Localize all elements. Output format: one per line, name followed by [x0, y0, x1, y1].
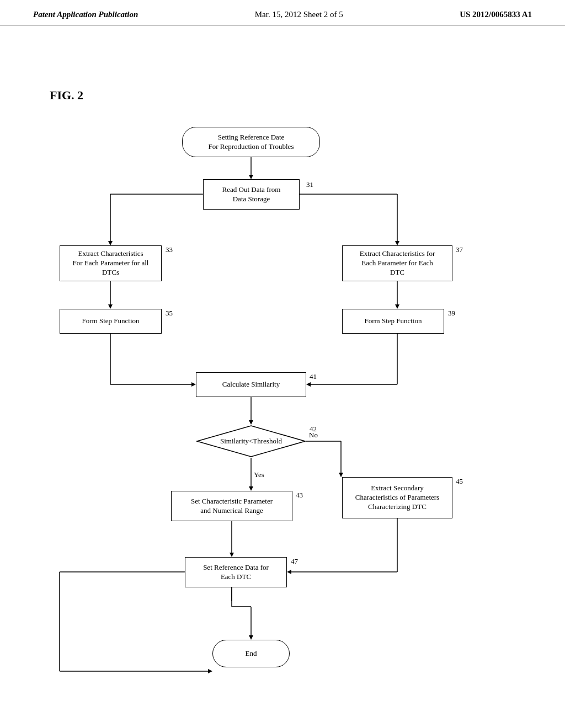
svg-marker-11: [395, 304, 399, 309]
tag-41: 41: [310, 372, 317, 381]
svg-marker-4: [108, 241, 113, 245]
svg-text:Yes: Yes: [254, 470, 264, 479]
svg-marker-40: [249, 635, 253, 640]
svg-marker-25: [339, 473, 343, 477]
tag-35: 35: [166, 309, 173, 318]
node-45: Extract Secondary Characteristics of Par…: [342, 477, 452, 518]
node-31: Read Out Data from Data Storage: [203, 179, 300, 210]
svg-marker-1: [249, 175, 253, 179]
node-39-label: Form Step Function: [364, 317, 422, 326]
start-node: Setting Reference Date For Reproduction …: [182, 127, 320, 157]
sheet-info: Mar. 15, 2012 Sheet 2 of 5: [255, 10, 343, 19]
svg-marker-28: [230, 553, 234, 557]
node-37: Extract Characteristics for Each Paramet…: [342, 245, 452, 281]
tag-47: 47: [291, 557, 298, 566]
svg-marker-7: [395, 241, 399, 245]
node-43-label: Set Characteristic Parameter and Numeric…: [191, 497, 273, 516]
node-33: Extract Characteristics For Each Paramet…: [60, 245, 162, 281]
start-label: Setting Reference Date For Reproduction …: [209, 133, 294, 152]
svg-marker-17: [306, 382, 311, 387]
end-label: End: [246, 649, 257, 659]
svg-marker-19: [249, 420, 253, 425]
svg-marker-14: [191, 382, 196, 387]
patent-number: US 2012/0065833 A1: [460, 10, 532, 19]
node-41-label: Calculate Similarity: [222, 380, 280, 389]
tag-42: 42: [310, 425, 317, 433]
end-node: End: [212, 640, 290, 667]
flowchart: Yes No Setting Reference Date For Reprod…: [0, 121, 565, 706]
node-45-label: Extract Secondary Characteristics of Par…: [355, 484, 439, 512]
tag-43: 43: [296, 491, 303, 500]
tag-33: 33: [166, 245, 173, 254]
node-47-label: Set Reference Data for Each DTC: [203, 563, 269, 582]
tag-39: 39: [448, 309, 455, 318]
node-35-label: Form Step Function: [82, 317, 139, 326]
node-35: Form Step Function: [60, 309, 162, 334]
svg-marker-36: [208, 669, 212, 673]
node-47: Set Reference Data for Each DTC: [185, 557, 287, 587]
figure-label: FIG. 2: [50, 88, 83, 103]
node-33-label: Extract Characteristics For Each Paramet…: [73, 249, 149, 277]
node-42-diamond: Similarity<Threshold: [196, 425, 306, 458]
node-43: Set Characteristic Parameter and Numeric…: [171, 491, 292, 521]
page-header: Patent Application Publication Mar. 15, …: [0, 0, 565, 25]
tag-37: 37: [456, 245, 463, 254]
svg-marker-9: [108, 304, 113, 309]
node-41: Calculate Similarity: [196, 372, 306, 397]
node-39: Form Step Function: [342, 309, 444, 334]
node-31-label: Read Out Data from Data Storage: [222, 185, 281, 204]
svg-marker-31: [287, 570, 291, 574]
node-42-label: Similarity<Threshold: [196, 425, 306, 458]
node-37-label: Extract Characteristics for Each Paramet…: [360, 249, 435, 277]
tag-31: 31: [306, 180, 313, 189]
publication-label: Patent Application Publication: [33, 10, 138, 19]
svg-marker-21: [249, 486, 253, 491]
tag-45: 45: [456, 477, 463, 486]
